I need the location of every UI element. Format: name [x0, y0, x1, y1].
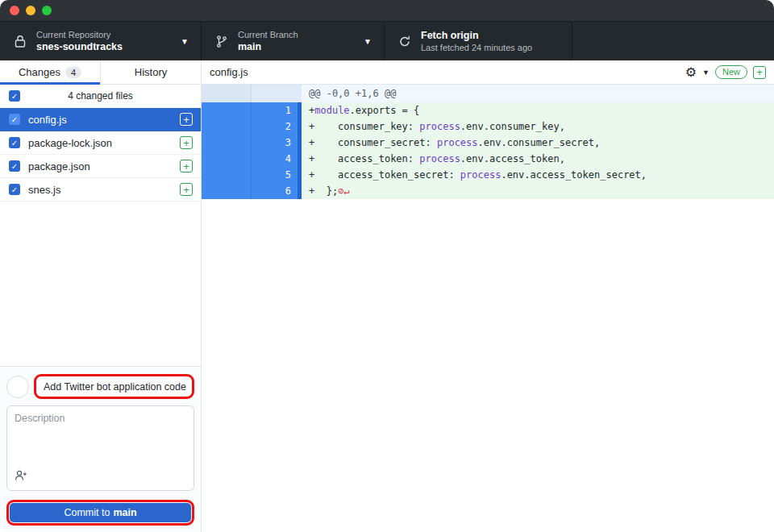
- sidebar: Changes 4 History ✓ 4 changed files ✓ co…: [0, 60, 202, 532]
- close-window-button[interactable]: [10, 6, 19, 15]
- changes-count-badge: 4: [65, 67, 81, 78]
- repository-label: Current Repository: [36, 30, 123, 39]
- fetch-label: Fetch origin: [421, 30, 532, 41]
- file-row-package-lock-json[interactable]: ✓ package-lock.json +: [0, 131, 201, 155]
- tab-changes[interactable]: Changes 4: [0, 60, 100, 84]
- file-added-icon: +: [180, 113, 193, 126]
- hunk-gutter: [252, 85, 302, 102]
- diff-lines: 1+module.exports = {2+ consumer_key: pro…: [202, 102, 774, 199]
- file-checkbox[interactable]: ✓: [9, 114, 20, 125]
- sidebar-spacer: [0, 202, 201, 366]
- add-icon[interactable]: +: [753, 66, 766, 79]
- diff-line[interactable]: 2+ consumer_key: process.env.consumer_ke…: [202, 118, 774, 135]
- diff-gutter-old[interactable]: [202, 118, 252, 135]
- commit-panel: Add Twitter bot application code Descrip…: [0, 366, 201, 532]
- diff-line-number[interactable]: 5: [252, 167, 298, 183]
- maximize-window-button[interactable]: [42, 6, 52, 15]
- hunk-header-row: @@ -0,0 +1,6 @@: [202, 85, 774, 102]
- add-coauthor-icon[interactable]: [15, 469, 27, 484]
- diff-gutter-old[interactable]: [202, 135, 252, 151]
- diff-line-number[interactable]: 6: [252, 183, 298, 199]
- diff-line[interactable]: 3+ consumer_secret: process.env.consumer…: [202, 135, 774, 151]
- diff-line-number[interactable]: 2: [252, 118, 298, 135]
- diff-gutter-old[interactable]: [202, 167, 252, 183]
- diff-code-line: + consumer_key: process.env.consumer_key…: [302, 118, 774, 135]
- current-repository-dropdown[interactable]: Current Repository snes-soundtracks ▼: [0, 22, 202, 60]
- file-name: config.js: [28, 114, 67, 126]
- changed-files-header: ✓ 4 changed files: [0, 85, 201, 108]
- diff-code-line: + consumer_secret: process.env.consumer_…: [302, 135, 774, 151]
- diff-line-number[interactable]: 4: [252, 151, 298, 167]
- file-added-icon: +: [180, 160, 193, 172]
- chevron-down-icon[interactable]: ▼: [702, 69, 710, 77]
- file-name: package.json: [28, 160, 90, 172]
- file-checkbox[interactable]: ✓: [9, 160, 20, 172]
- sidebar-tabs: Changes 4 History: [0, 60, 201, 85]
- open-file-title: config.js: [210, 66, 248, 78]
- file-row-snes-js[interactable]: ✓ snes.js +: [0, 178, 201, 202]
- tab-history-label: History: [135, 66, 167, 78]
- file-checkbox[interactable]: ✓: [9, 137, 20, 148]
- tab-history[interactable]: History: [100, 60, 201, 84]
- summary-highlight-annotation: Add Twitter bot application code: [34, 374, 194, 399]
- commit-description-textarea[interactable]: Description: [6, 405, 194, 491]
- current-branch-dropdown[interactable]: Current Branch main ▼: [202, 22, 385, 60]
- file-checkbox[interactable]: ✓: [9, 184, 20, 195]
- sync-icon: [396, 35, 414, 48]
- chevron-down-icon: ▼: [181, 37, 189, 46]
- file-tab-bar: config.js ⚙ ▼ New +: [202, 60, 774, 85]
- app-window: Current Repository snes-soundtracks ▼ Cu…: [0, 0, 774, 532]
- branch-name: main: [238, 41, 298, 52]
- commit-button-branch: main: [113, 507, 136, 518]
- changed-files-count: 4 changed files: [0, 90, 201, 102]
- lock-icon: [11, 35, 29, 48]
- file-name: package-lock.json: [28, 137, 112, 149]
- commit-button[interactable]: Commit to main: [10, 503, 191, 522]
- chevron-down-icon: ▼: [364, 37, 372, 46]
- diff-line[interactable]: 4+ access_token: process.env.access_toke…: [202, 151, 774, 167]
- diff-line-number[interactable]: 3: [252, 135, 298, 151]
- toolbar: Current Repository snes-soundtracks ▼ Cu…: [0, 22, 774, 60]
- diff-view: @@ -0,0 +1,6 @@ 1+module.exports = {2+ c…: [202, 85, 774, 199]
- diff-code-line: + };⊘↵: [302, 183, 774, 199]
- hunk-header-text: @@ -0,0 +1,6 @@: [302, 85, 774, 102]
- hunk-gutter: [202, 85, 252, 102]
- commit-button-label: Commit to: [64, 507, 110, 518]
- diff-line[interactable]: 1+module.exports = {: [202, 102, 774, 118]
- diff-code-line: + access_token_secret: process.env.acces…: [302, 167, 774, 183]
- diff-line[interactable]: 6+ };⊘↵: [202, 183, 774, 199]
- diff-gutter-old[interactable]: [202, 102, 252, 118]
- main-content: config.js ⚙ ▼ New + @@ -0,0 +1,6 @@ 1+mo…: [202, 60, 774, 532]
- new-badge-button[interactable]: New: [715, 65, 747, 79]
- avatar: [6, 376, 29, 398]
- repository-name: snes-soundtracks: [36, 41, 123, 52]
- diff-line[interactable]: 5+ access_token_secret: process.env.acce…: [202, 167, 774, 183]
- minimize-window-button[interactable]: [26, 6, 35, 15]
- diff-line-number[interactable]: 1: [252, 102, 298, 118]
- diff-code-line: + access_token: process.env.access_token…: [302, 151, 774, 167]
- diff-gutter-old[interactable]: [202, 183, 252, 199]
- file-added-icon: +: [180, 183, 193, 196]
- description-placeholder: Description: [15, 413, 65, 424]
- commit-button-highlight-annotation: Commit to main: [6, 500, 194, 526]
- branch-label: Current Branch: [238, 30, 298, 39]
- diff-code-line: +module.exports = {: [302, 102, 774, 118]
- commit-summary-input[interactable]: Add Twitter bot application code: [36, 381, 186, 393]
- titlebar: [0, 0, 774, 22]
- tab-changes-label: Changes: [19, 66, 60, 78]
- file-name: snes.js: [28, 184, 60, 196]
- diff-gutter-old[interactable]: [202, 151, 252, 167]
- fetch-origin-button[interactable]: Fetch origin Last fetched 24 minutes ago: [385, 22, 572, 60]
- file-row-config-js[interactable]: ✓ config.js +: [0, 108, 201, 131]
- file-row-package-json[interactable]: ✓ package.json +: [0, 155, 201, 178]
- fetch-status: Last fetched 24 minutes ago: [421, 43, 532, 52]
- file-added-icon: +: [180, 136, 193, 149]
- branch-icon: [213, 35, 231, 48]
- no-newline-icon: ⊘↵: [338, 185, 349, 197]
- gear-icon[interactable]: ⚙: [685, 66, 697, 79]
